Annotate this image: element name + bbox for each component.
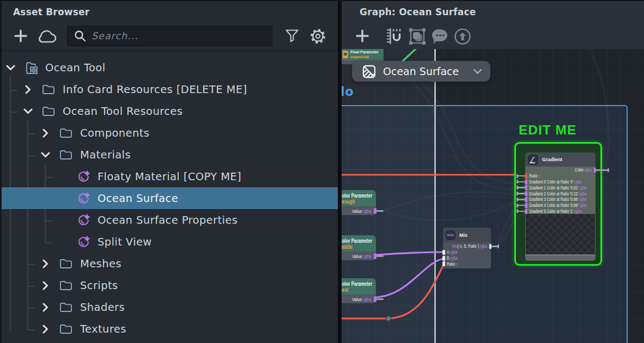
input-pin[interactable] <box>525 180 527 185</box>
node-color-parameter-3[interactable]: Color ParameterwestValue.rgba <box>342 278 376 303</box>
input-pin[interactable] <box>525 209 527 214</box>
gradient-input-0: Ratio.x <box>525 173 596 179</box>
folder-icon <box>41 104 56 118</box>
input-pin[interactable] <box>525 203 527 208</box>
tree-expander[interactable] <box>3 57 18 78</box>
graph-breadcrumb-pill[interactable]: Ocean Surface <box>352 61 490 82</box>
tree-item-label: Ocean Surface Properties <box>98 214 238 226</box>
tree-expander[interactable] <box>38 253 53 274</box>
node-color-parameter-1[interactable]: Color ParameterthroughValue.rgba <box>342 190 376 215</box>
input-pin[interactable] <box>442 250 445 255</box>
folder-icon-box <box>58 253 74 274</box>
node-palette-icon[interactable] <box>386 27 404 45</box>
chevron-right-icon <box>42 128 48 138</box>
material-icon <box>76 191 91 206</box>
material-icon <box>76 169 91 184</box>
tree-expander[interactable] <box>38 318 53 340</box>
mix-input-ratio: Ratio.x <box>443 261 491 267</box>
graph-canvas[interactable]: lo <box>342 49 644 343</box>
fit-selection-icon[interactable] <box>409 28 426 45</box>
asset-browser-panel: Asset Browser <box>0 0 338 343</box>
value-output-row: Value.rgba <box>342 252 376 260</box>
pin-stub <box>517 193 525 194</box>
folder-icon-box <box>58 296 74 318</box>
tree-item-materials[interactable]: Materials <box>0 144 338 166</box>
pin-stub <box>517 187 525 188</box>
node-subtitle: unpackVal <box>350 54 379 59</box>
tree-item-label: Ocean Tool Resources <box>63 105 183 118</box>
tree-item-label: Info Card Resources [DELETE ME] <box>63 83 247 96</box>
input-pin[interactable] <box>442 261 445 266</box>
tree-item-ocean-surface[interactable]: Ocean Surface <box>0 187 338 209</box>
search-input[interactable] <box>92 30 255 41</box>
chevron-down-icon <box>6 65 15 71</box>
tree-expander[interactable] <box>38 296 53 318</box>
node-body: Color.rgba Ratio.xGradient 0 Color at Ra… <box>525 167 596 255</box>
filter-icon[interactable] <box>284 28 300 44</box>
chevron-spacer <box>55 166 70 187</box>
node-gradient[interactable]: Gradient Color.rgba Ratio.xGradient 0 Co… <box>525 152 596 261</box>
comment-icon[interactable] <box>432 28 448 45</box>
folder-icon <box>41 82 56 96</box>
asset-browser-toolbar <box>0 22 338 50</box>
node-title: Color Parameter <box>342 192 372 199</box>
tree-expander[interactable] <box>20 78 35 100</box>
input-pin[interactable] <box>525 174 527 179</box>
node-subtitle: middle <box>342 244 353 250</box>
pin-stub <box>517 199 525 200</box>
add-node-button[interactable] <box>355 29 369 43</box>
input-pin[interactable] <box>442 256 445 261</box>
tree-item-label: Floaty Material [COPY ME] <box>98 170 241 183</box>
chevron-spacer <box>55 231 70 253</box>
export-icon[interactable] <box>454 28 471 45</box>
tree-item-ocean-surface-properties[interactable]: Ocean Surface Properties <box>0 209 338 231</box>
tree-item-ocean-tool[interactable]: Ocean Tool <box>0 57 338 78</box>
gradient-preview-checkerboard <box>526 214 595 254</box>
tree-expander[interactable] <box>38 274 53 296</box>
tree-item-textures[interactable]: Textures <box>0 318 338 340</box>
image-icon <box>362 65 376 78</box>
pin-stub <box>376 210 384 212</box>
folder-icon-box <box>58 144 74 166</box>
node-header: mix Mix <box>443 228 491 242</box>
tree-item-split-view[interactable]: Split View <box>0 231 338 253</box>
tree-item-shaders[interactable]: Shaders <box>0 296 338 318</box>
tree-expander[interactable] <box>38 144 53 166</box>
value-output-row: Value.rgba <box>342 206 376 215</box>
pin-stub <box>376 298 384 300</box>
search-icon <box>74 29 87 42</box>
folder-icon-box <box>58 274 74 296</box>
tree-item-label: Split View <box>98 236 152 248</box>
gradient-node-icon <box>528 155 538 165</box>
add-asset-button[interactable] <box>14 29 28 43</box>
input-pin[interactable] <box>525 191 527 196</box>
chevron-spacer <box>55 187 70 209</box>
input-pin[interactable] <box>525 197 527 202</box>
input-pin[interactable] <box>525 185 527 190</box>
mix-input-b: B.rgba <box>443 255 491 261</box>
node-color-parameter-2[interactable]: Color ParametermiddleValue.rgba <box>342 235 376 260</box>
tree-item-floaty-material-copy-me[interactable]: Floaty Material [COPY ME] <box>0 166 338 187</box>
gear-icon[interactable] <box>309 28 326 45</box>
asset-browser-title: Asset Browser <box>13 7 89 17</box>
chevron-down-icon <box>41 152 50 158</box>
chevron-down-icon <box>23 108 33 114</box>
gradient-node-footer <box>525 255 596 261</box>
tree-item-label: Textures <box>80 323 126 335</box>
tree-item-meshes[interactable]: Meshes <box>0 253 338 274</box>
tree-item-components[interactable]: Components <box>0 122 338 144</box>
pin-stub <box>517 211 525 212</box>
tree-item-label: Materials <box>80 149 131 161</box>
pin-stub <box>517 181 525 183</box>
tree-expander[interactable] <box>20 100 35 122</box>
tree-item-ocean-tool-resources[interactable]: Ocean Tool Resources <box>0 100 338 122</box>
tree-item-info-card-resources-delete-me[interactable]: Info Card Resources [DELETE ME] <box>0 78 338 100</box>
panel-divider[interactable] <box>338 0 342 343</box>
node-mix[interactable]: mix Mix mix( A, B, Ratio ).rgba A.rgbaB.… <box>443 228 491 268</box>
chevron-down-icon[interactable] <box>473 69 482 75</box>
tree-item-scripts[interactable]: Scripts <box>0 274 338 296</box>
mix-output-row: mix( A, B, Ratio ).rgba <box>443 243 491 249</box>
cloud-icon[interactable] <box>36 28 58 45</box>
search-box[interactable] <box>67 26 272 46</box>
tree-expander[interactable] <box>38 122 53 144</box>
